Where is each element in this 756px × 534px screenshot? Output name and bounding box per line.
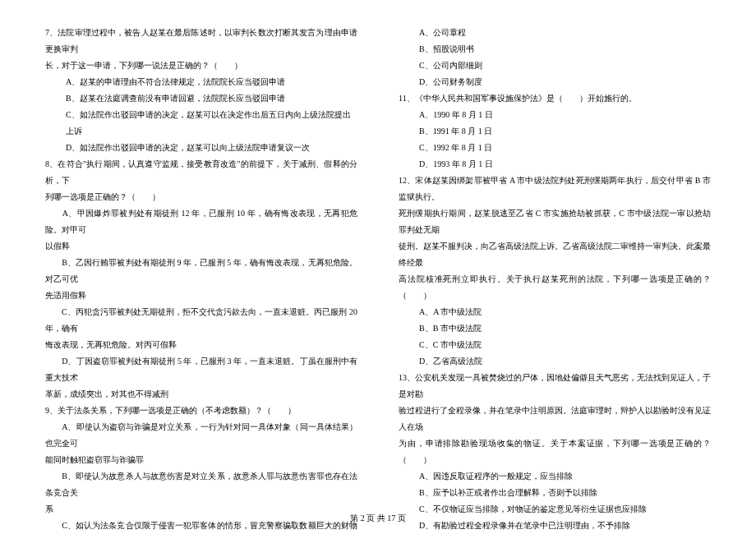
q8-option-c-2: 悔改表现，无再犯危险。对丙可假释 (45, 337, 357, 353)
q10-option-d: D、公司财务制度 (399, 74, 711, 90)
q12-line4: 高法院核准死刑立即执行。关于执行赵某死刑的法院，下列哪一选项是正确的？（ ） (399, 271, 711, 304)
q7-option-a: A、赵某的申请理由不符合法律规定，法院院长应当驳回申请 (45, 74, 357, 90)
q9-option-a-1: A、即使认为盗窃与诈骗是对立关系，一行为针对同一具体对象（同一具体结果）也完全可 (45, 419, 357, 452)
q13-line2: 验过程进行了全程录像，并在笔录中注明原因。法庭审理时，辩护人以勘验时没有见证人在… (399, 403, 711, 435)
q12-line2: 死刑缓期执行期间，赵某脱逃至乙省 C 市实施抢劫被抓获，C 市中级法院一审以抢劫… (399, 205, 711, 238)
q10-option-b: B、招股说明书 (399, 41, 711, 58)
q7-line2: 长，对于这一申请，下列哪一说法是正确的？（ ） (45, 58, 357, 74)
q8-line1: 8、在符合"执行期间，认真遵守监规，接受教育改造"的前提下，关于减刑、假释的分析… (45, 156, 357, 189)
q12-line3: 徒刑。赵某不服判决，向乙省高级法院上诉。乙省高级法院二审维持一审判决。此案最终经… (399, 238, 711, 271)
q12-option-a: A、A 市中级法院 (399, 304, 711, 320)
page-footer: 第 2 页 共 17 页 (0, 513, 756, 524)
q8-option-b-2: 先适用假释 (45, 288, 357, 304)
q13-option-a: A、因违反取证程序的一般规定，应当排除 (399, 468, 711, 485)
q8-option-d-2: 革新，成绩突出，对其也不得减刑 (45, 386, 357, 403)
q8-option-c-1: C、丙犯贪污罪被判处无期徒刑，拒不交代贪污款去向，一直未退赃。丙已服刑 20 年… (45, 304, 357, 337)
q9-option-b-1: B、即使认为故意杀人与故意伤害是对立关系，故意杀人罪与故意伤害罪也存在法条竞合关 (45, 468, 357, 501)
q12-line1: 12、宋体赵某因绑架罪被甲省 A 市中级法院判处死刑缓期两年执行，后交付甲省 B… (399, 173, 711, 205)
q11-option-b: B、1991 年 8 月 1 日 (399, 123, 711, 140)
q12-option-c: C、C 市中级法院 (399, 337, 711, 353)
q11-option-a: A、1990 年 8 月 1 日 (399, 107, 711, 123)
q10-option-a: A、公司章程 (399, 25, 711, 41)
q7-option-b: B、赵某在法庭调查前没有申请回避，法院院长应当驳回申请 (45, 90, 357, 107)
q11-option-c: C、1992 年 8 月 1 日 (399, 140, 711, 156)
q13-line3: 为由，申请排除勘验现场收集的物证。关于本案证据，下列哪一选项是正确的？（ ） (399, 435, 711, 468)
q8-option-b-1: B、乙因行贿罪被判处有期徒刑 9 年，已服刑 5 年，确有悔改表现，无再犯危险。… (45, 255, 357, 288)
q9-option-a-2: 能同时触犯盗窃罪与诈骗罪 (45, 452, 357, 468)
q12-option-d: D、乙省高级法院 (399, 353, 711, 370)
left-column: 7、法院审理过程中，被告人赵某在最后陈述时，以审判长数次打断其发言为理由申请更换… (37, 25, 378, 505)
q11-option-d: D、1993 年 8 月 1 日 (399, 156, 711, 173)
q9-line1: 9、关于法条关系，下列哪一选项是正确的（不考虑数额）？（ ） (45, 403, 357, 419)
q7-line1: 7、法院审理过程中，被告人赵某在最后陈述时，以审判长数次打断其发言为理由申请更换… (45, 25, 357, 58)
q8-option-a-1: A、甲因爆炸罪被判处有期徒刑 12 年，已服刑 10 年，确有悔改表现，无再犯危… (45, 205, 357, 238)
q8-line2: 列哪一选项是正确的？（ ） (45, 189, 357, 205)
q12-option-b: B、B 市中级法院 (399, 320, 711, 337)
q7-option-c: C、如法院作出驳回申请的决定，赵某可以在决定作出后五日内向上级法院提出上诉 (45, 107, 357, 140)
q8-option-d-1: D、丁因盗窃罪被判处有期徒刑 5 年，已服刑 3 年，一直未退赃。丁虽在服刑中有… (45, 353, 357, 386)
q13-option-b: B、应予以补正或者作出合理解释，否则予以排除 (399, 485, 711, 501)
q11-line1: 11、《中华人民共和国军事设施保护法》是（ ）开始施行的。 (399, 90, 711, 107)
q10-option-c: C、公司内部细则 (399, 58, 711, 74)
q13-line1: 13、公安机关发现一具被焚烧过的尸体，因地处偏僻且天气恶劣，无法找到见证人，于是… (399, 370, 711, 403)
q7-option-d: D、如法院作出驳回申请的决定，赵某可以向上级法院申请复议一次 (45, 140, 357, 156)
q8-option-a-2: 以假释 (45, 238, 357, 255)
right-column: A、公司章程 B、招股说明书 C、公司内部细则 D、公司财务制度 11、《中华人… (378, 25, 719, 505)
